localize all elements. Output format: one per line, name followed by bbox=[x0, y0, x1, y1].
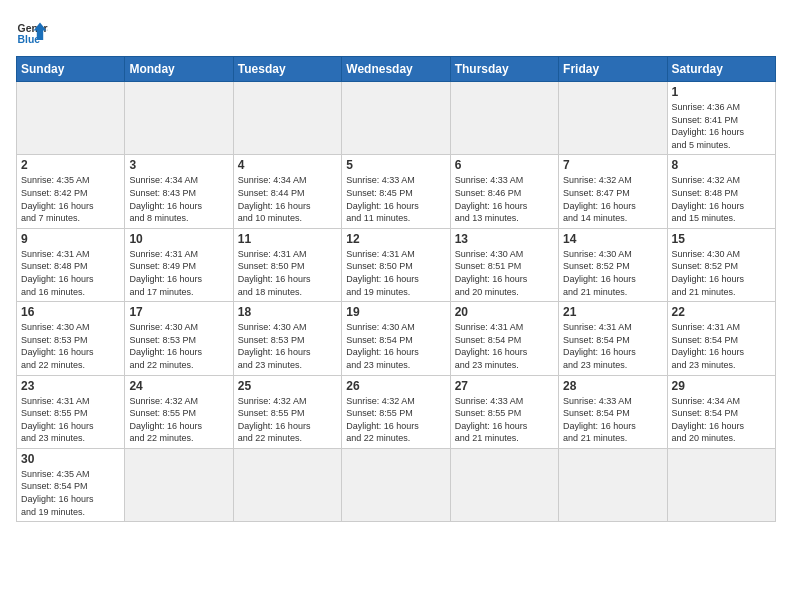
day-info: Sunrise: 4:31 AM Sunset: 8:54 PM Dayligh… bbox=[455, 321, 554, 371]
calendar-cell: 4Sunrise: 4:34 AM Sunset: 8:44 PM Daylig… bbox=[233, 155, 341, 228]
calendar-cell: 11Sunrise: 4:31 AM Sunset: 8:50 PM Dayli… bbox=[233, 228, 341, 301]
calendar-cell: 14Sunrise: 4:30 AM Sunset: 8:52 PM Dayli… bbox=[559, 228, 667, 301]
day-number: 7 bbox=[563, 158, 662, 172]
day-number: 16 bbox=[21, 305, 120, 319]
day-info: Sunrise: 4:35 AM Sunset: 8:42 PM Dayligh… bbox=[21, 174, 120, 224]
calendar-cell: 21Sunrise: 4:31 AM Sunset: 8:54 PM Dayli… bbox=[559, 302, 667, 375]
day-number: 30 bbox=[21, 452, 120, 466]
column-header-saturday: Saturday bbox=[667, 57, 775, 82]
day-info: Sunrise: 4:31 AM Sunset: 8:48 PM Dayligh… bbox=[21, 248, 120, 298]
calendar-cell: 17Sunrise: 4:30 AM Sunset: 8:53 PM Dayli… bbox=[125, 302, 233, 375]
day-info: Sunrise: 4:30 AM Sunset: 8:52 PM Dayligh… bbox=[672, 248, 771, 298]
calendar-cell: 30Sunrise: 4:35 AM Sunset: 8:54 PM Dayli… bbox=[17, 448, 125, 521]
column-header-tuesday: Tuesday bbox=[233, 57, 341, 82]
calendar-week-1: 2Sunrise: 4:35 AM Sunset: 8:42 PM Daylig… bbox=[17, 155, 776, 228]
column-header-friday: Friday bbox=[559, 57, 667, 82]
day-number: 10 bbox=[129, 232, 228, 246]
calendar-cell bbox=[450, 448, 558, 521]
calendar-table: SundayMondayTuesdayWednesdayThursdayFrid… bbox=[16, 56, 776, 522]
column-header-sunday: Sunday bbox=[17, 57, 125, 82]
day-number: 9 bbox=[21, 232, 120, 246]
calendar-cell: 20Sunrise: 4:31 AM Sunset: 8:54 PM Dayli… bbox=[450, 302, 558, 375]
day-info: Sunrise: 4:31 AM Sunset: 8:50 PM Dayligh… bbox=[346, 248, 445, 298]
calendar-cell bbox=[17, 82, 125, 155]
calendar-cell: 23Sunrise: 4:31 AM Sunset: 8:55 PM Dayli… bbox=[17, 375, 125, 448]
day-number: 19 bbox=[346, 305, 445, 319]
day-number: 28 bbox=[563, 379, 662, 393]
calendar-cell bbox=[342, 448, 450, 521]
day-number: 18 bbox=[238, 305, 337, 319]
day-number: 12 bbox=[346, 232, 445, 246]
day-info: Sunrise: 4:32 AM Sunset: 8:48 PM Dayligh… bbox=[672, 174, 771, 224]
calendar-week-3: 16Sunrise: 4:30 AM Sunset: 8:53 PM Dayli… bbox=[17, 302, 776, 375]
day-info: Sunrise: 4:32 AM Sunset: 8:55 PM Dayligh… bbox=[238, 395, 337, 445]
calendar-cell: 19Sunrise: 4:30 AM Sunset: 8:54 PM Dayli… bbox=[342, 302, 450, 375]
calendar-cell: 24Sunrise: 4:32 AM Sunset: 8:55 PM Dayli… bbox=[125, 375, 233, 448]
calendar-cell: 27Sunrise: 4:33 AM Sunset: 8:55 PM Dayli… bbox=[450, 375, 558, 448]
calendar-cell: 29Sunrise: 4:34 AM Sunset: 8:54 PM Dayli… bbox=[667, 375, 775, 448]
calendar-cell: 18Sunrise: 4:30 AM Sunset: 8:53 PM Dayli… bbox=[233, 302, 341, 375]
day-number: 13 bbox=[455, 232, 554, 246]
day-number: 26 bbox=[346, 379, 445, 393]
calendar-cell: 5Sunrise: 4:33 AM Sunset: 8:45 PM Daylig… bbox=[342, 155, 450, 228]
day-number: 27 bbox=[455, 379, 554, 393]
calendar-cell bbox=[233, 448, 341, 521]
calendar-cell: 9Sunrise: 4:31 AM Sunset: 8:48 PM Daylig… bbox=[17, 228, 125, 301]
day-number: 24 bbox=[129, 379, 228, 393]
calendar-cell: 8Sunrise: 4:32 AM Sunset: 8:48 PM Daylig… bbox=[667, 155, 775, 228]
column-header-monday: Monday bbox=[125, 57, 233, 82]
calendar-cell: 10Sunrise: 4:31 AM Sunset: 8:49 PM Dayli… bbox=[125, 228, 233, 301]
calendar-cell: 2Sunrise: 4:35 AM Sunset: 8:42 PM Daylig… bbox=[17, 155, 125, 228]
calendar-cell: 1Sunrise: 4:36 AM Sunset: 8:41 PM Daylig… bbox=[667, 82, 775, 155]
calendar-week-4: 23Sunrise: 4:31 AM Sunset: 8:55 PM Dayli… bbox=[17, 375, 776, 448]
calendar-cell bbox=[125, 448, 233, 521]
day-number: 11 bbox=[238, 232, 337, 246]
day-number: 5 bbox=[346, 158, 445, 172]
calendar-cell: 6Sunrise: 4:33 AM Sunset: 8:46 PM Daylig… bbox=[450, 155, 558, 228]
day-info: Sunrise: 4:34 AM Sunset: 8:44 PM Dayligh… bbox=[238, 174, 337, 224]
column-header-thursday: Thursday bbox=[450, 57, 558, 82]
calendar-cell: 28Sunrise: 4:33 AM Sunset: 8:54 PM Dayli… bbox=[559, 375, 667, 448]
calendar-week-0: 1Sunrise: 4:36 AM Sunset: 8:41 PM Daylig… bbox=[17, 82, 776, 155]
day-number: 8 bbox=[672, 158, 771, 172]
day-info: Sunrise: 4:31 AM Sunset: 8:49 PM Dayligh… bbox=[129, 248, 228, 298]
day-info: Sunrise: 4:31 AM Sunset: 8:50 PM Dayligh… bbox=[238, 248, 337, 298]
day-info: Sunrise: 4:30 AM Sunset: 8:53 PM Dayligh… bbox=[21, 321, 120, 371]
day-info: Sunrise: 4:30 AM Sunset: 8:52 PM Dayligh… bbox=[563, 248, 662, 298]
page-header: General Blue bbox=[16, 16, 776, 48]
calendar-body: 1Sunrise: 4:36 AM Sunset: 8:41 PM Daylig… bbox=[17, 82, 776, 522]
day-info: Sunrise: 4:33 AM Sunset: 8:46 PM Dayligh… bbox=[455, 174, 554, 224]
calendar-cell bbox=[667, 448, 775, 521]
calendar-header-row: SundayMondayTuesdayWednesdayThursdayFrid… bbox=[17, 57, 776, 82]
day-info: Sunrise: 4:35 AM Sunset: 8:54 PM Dayligh… bbox=[21, 468, 120, 518]
day-info: Sunrise: 4:33 AM Sunset: 8:45 PM Dayligh… bbox=[346, 174, 445, 224]
day-number: 6 bbox=[455, 158, 554, 172]
day-info: Sunrise: 4:31 AM Sunset: 8:55 PM Dayligh… bbox=[21, 395, 120, 445]
calendar-cell: 12Sunrise: 4:31 AM Sunset: 8:50 PM Dayli… bbox=[342, 228, 450, 301]
day-number: 1 bbox=[672, 85, 771, 99]
day-number: 2 bbox=[21, 158, 120, 172]
day-info: Sunrise: 4:32 AM Sunset: 8:47 PM Dayligh… bbox=[563, 174, 662, 224]
day-info: Sunrise: 4:32 AM Sunset: 8:55 PM Dayligh… bbox=[346, 395, 445, 445]
calendar-cell bbox=[450, 82, 558, 155]
day-info: Sunrise: 4:33 AM Sunset: 8:55 PM Dayligh… bbox=[455, 395, 554, 445]
day-number: 20 bbox=[455, 305, 554, 319]
day-number: 15 bbox=[672, 232, 771, 246]
day-number: 21 bbox=[563, 305, 662, 319]
day-info: Sunrise: 4:36 AM Sunset: 8:41 PM Dayligh… bbox=[672, 101, 771, 151]
day-info: Sunrise: 4:33 AM Sunset: 8:54 PM Dayligh… bbox=[563, 395, 662, 445]
calendar-cell: 26Sunrise: 4:32 AM Sunset: 8:55 PM Dayli… bbox=[342, 375, 450, 448]
calendar-cell bbox=[233, 82, 341, 155]
day-number: 3 bbox=[129, 158, 228, 172]
calendar-cell bbox=[559, 448, 667, 521]
day-info: Sunrise: 4:31 AM Sunset: 8:54 PM Dayligh… bbox=[672, 321, 771, 371]
day-number: 22 bbox=[672, 305, 771, 319]
calendar-cell bbox=[125, 82, 233, 155]
calendar-week-5: 30Sunrise: 4:35 AM Sunset: 8:54 PM Dayli… bbox=[17, 448, 776, 521]
calendar-cell: 25Sunrise: 4:32 AM Sunset: 8:55 PM Dayli… bbox=[233, 375, 341, 448]
day-number: 17 bbox=[129, 305, 228, 319]
day-number: 4 bbox=[238, 158, 337, 172]
day-number: 14 bbox=[563, 232, 662, 246]
column-header-wednesday: Wednesday bbox=[342, 57, 450, 82]
day-info: Sunrise: 4:34 AM Sunset: 8:54 PM Dayligh… bbox=[672, 395, 771, 445]
